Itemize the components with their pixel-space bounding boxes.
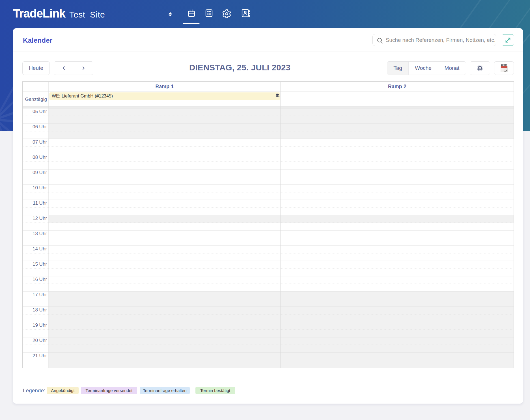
- svg-text:14 Uhr: 14 Uhr: [33, 246, 47, 252]
- svg-text:08 Uhr: 08 Uhr: [33, 155, 47, 160]
- svg-text:16 Uhr: 16 Uhr: [33, 277, 47, 282]
- svg-text:07 Uhr: 07 Uhr: [33, 139, 47, 145]
- svg-text:13 Uhr: 13 Uhr: [33, 231, 47, 236]
- svg-text:18 Uhr: 18 Uhr: [33, 307, 47, 313]
- svg-text:19 Uhr: 19 Uhr: [33, 322, 47, 328]
- svg-text:09 Uhr: 09 Uhr: [33, 170, 47, 175]
- svg-text:17 Uhr: 17 Uhr: [33, 292, 47, 297]
- svg-text:05 Uhr: 05 Uhr: [33, 109, 47, 114]
- svg-text:WE: Lieferant GmbH (#12345): WE: Lieferant GmbH (#12345): [52, 94, 113, 98]
- svg-text:Ramp 2: Ramp 2: [388, 84, 406, 89]
- svg-text:11 Uhr: 11 Uhr: [33, 200, 47, 206]
- svg-text:Ganztägig: Ganztägig: [25, 97, 47, 102]
- svg-text:10 Uhr: 10 Uhr: [33, 185, 47, 190]
- svg-text:15 Uhr: 15 Uhr: [33, 261, 47, 267]
- svg-text:21 Uhr: 21 Uhr: [33, 353, 47, 358]
- svg-text:06 Uhr: 06 Uhr: [33, 124, 47, 129]
- svg-text:12 Uhr: 12 Uhr: [33, 216, 47, 221]
- svg-text:20 Uhr: 20 Uhr: [33, 338, 47, 343]
- svg-text:Ramp 1: Ramp 1: [155, 84, 174, 89]
